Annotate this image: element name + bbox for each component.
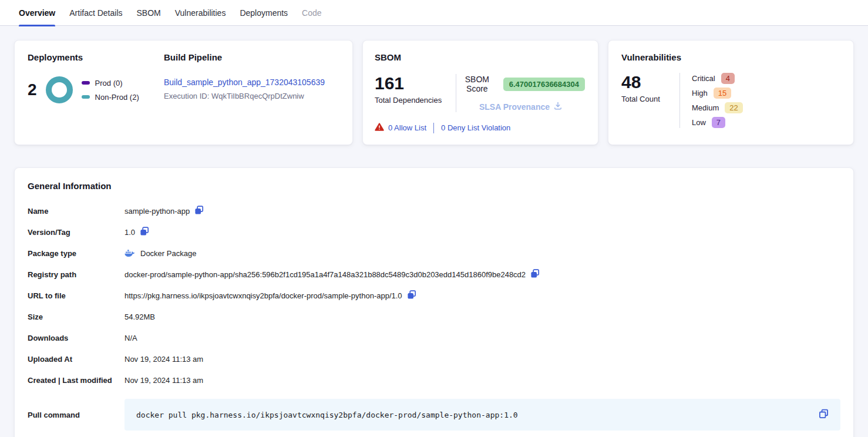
copy-icon (407, 290, 416, 301)
copy-icon (530, 269, 540, 280)
nonprod-legend-label: Non-Prod (2) (95, 93, 139, 102)
row-name-value: sample-python-app (125, 207, 190, 216)
severity-label-critical: Critical (692, 74, 715, 83)
copy-version-button[interactable] (140, 227, 149, 238)
row-registry-path-value: docker-prod/sample-python-app/sha256:596… (125, 270, 526, 279)
copy-icon (140, 227, 149, 238)
row-package-type-value: Docker Package (140, 249, 196, 258)
sbom-score-block: SBOM Score 6.470017636684304 SLSA Proven… (456, 74, 585, 112)
row-registry-path-label: Registry path (28, 270, 125, 279)
deployments-title: Deployments (28, 52, 164, 62)
row-pull-command-label: Pull command (28, 411, 125, 419)
sbom-card: SBOM 161 Total Dependencies SBOM Score 6… (362, 40, 598, 145)
sbom-total-block: 161 Total Dependencies (375, 74, 456, 112)
row-downloads-label: Downloads (28, 334, 125, 342)
nonprod-legend-swatch (82, 95, 90, 99)
copy-url-button[interactable] (407, 290, 416, 301)
row-created-modified-value: Nov 19, 2024 11:13 am (125, 376, 203, 385)
general-information-card: General Information Name sample-python-a… (14, 167, 854, 437)
severity-count-critical: 4 (721, 73, 735, 84)
row-package-type-label: Package type (28, 249, 125, 258)
sbom-total-label: Total Dependencies (375, 96, 456, 105)
copy-pull-command-button[interactable] (819, 409, 829, 421)
vulnerabilities-total: 48 (621, 73, 679, 92)
pull-command-text: docker pull pkg.harness.io/ikpsjoavtcwxn… (136, 411, 518, 419)
severity-row-medium: Medium 22 (692, 102, 743, 113)
deny-list-link[interactable]: 0 Deny List Violation (441, 123, 510, 132)
severity-count-high: 15 (714, 88, 731, 99)
deployments-card: Deployments 2 Prod (0) Non-Prod (2) (14, 40, 353, 145)
tab-deployments[interactable]: Deployments (240, 0, 288, 26)
deployments-legend: Prod (0) Non-Prod (2) (82, 79, 139, 102)
severity-row-low: Low 7 (692, 117, 743, 128)
row-registry-path: Registry path docker-prod/sample-python-… (28, 264, 840, 285)
row-downloads-value: N/A (125, 334, 137, 342)
allow-list-label: 0 Allow List (388, 123, 426, 132)
tab-sbom[interactable]: SBOM (137, 0, 161, 26)
build-pipeline-section: Build Pipeline Build_sample_python_app_1… (164, 52, 339, 133)
pipeline-link[interactable]: Build_sample_python_app_1732043105639 (164, 78, 325, 87)
legend-item-nonprod: Non-Prod (2) (82, 93, 139, 102)
deployments-total: 2 (28, 80, 37, 99)
sbom-total: 161 (375, 74, 456, 93)
row-size-label: Size (28, 312, 125, 321)
severity-count-low: 7 (712, 117, 725, 128)
prod-legend-swatch (82, 81, 90, 85)
copy-name-button[interactable] (194, 206, 204, 217)
tab-artifact-details[interactable]: Artifact Details (69, 0, 122, 26)
vulnerabilities-card: Vulnerabilities 48 Total Count Critical … (608, 40, 854, 145)
row-name: Name sample-python-app (28, 200, 840, 221)
allow-list-link[interactable]: 0 Allow List (375, 123, 426, 133)
vulnerabilities-total-label: Total Count (621, 95, 679, 103)
build-pipeline-title: Build Pipeline (164, 52, 339, 62)
slsa-provenance-link[interactable]: SLSA Provenance (479, 102, 562, 112)
general-information-title: General Information (28, 181, 840, 191)
severity-label-medium: Medium (692, 103, 719, 112)
row-uploaded-at-label: Uploaded At (28, 355, 125, 364)
severity-row-high: High 15 (692, 88, 743, 99)
row-url-to-file: URL to file https://pkg.harness.io/ikpsj… (28, 285, 840, 306)
tab-vulnerabilities[interactable]: Vulnerabilities (175, 0, 226, 26)
severity-label-low: Low (692, 118, 706, 127)
copy-registry-path-button[interactable] (530, 269, 540, 280)
row-name-label: Name (28, 207, 125, 216)
row-uploaded-at-value: Nov 19, 2024 11:13 am (125, 355, 203, 364)
summary-cards-row: Deployments 2 Prod (0) Non-Prod (2) (14, 40, 854, 145)
row-uploaded-at: Uploaded At Nov 19, 2024 11:13 am (28, 348, 840, 369)
deployments-donut-chart (46, 76, 73, 103)
copy-icon (194, 206, 204, 217)
slsa-provenance-label: SLSA Provenance (479, 102, 550, 112)
row-size-value: 54.92MB (125, 312, 155, 321)
row-downloads: Downloads N/A (28, 327, 840, 348)
tab-overview[interactable]: Overview (19, 0, 55, 26)
row-created-modified-label: Created | Last modified (28, 376, 125, 385)
tab-code: Code (302, 0, 321, 26)
vulnerabilities-title: Vulnerabilities (621, 52, 840, 62)
severity-list: Critical 4 High 15 Medium 22 Low 7 (680, 73, 743, 128)
download-icon (554, 102, 562, 112)
severity-label-high: High (692, 89, 708, 98)
links-divider (433, 123, 434, 133)
sbom-title: SBOM (375, 52, 585, 62)
vulnerabilities-total-block: 48 Total Count (621, 73, 679, 128)
page-content: Deployments 2 Prod (0) Non-Prod (2) (0, 26, 868, 437)
row-pull-command: Pull command docker pull pkg.harness.io/… (28, 399, 840, 431)
docker-icon (125, 250, 134, 257)
row-version-label: Version/Tag (28, 228, 125, 237)
copy-icon (819, 409, 829, 421)
row-size: Size 54.92MB (28, 306, 840, 327)
deployments-section: Deployments 2 Prod (0) Non-Prod (2) (28, 52, 164, 133)
row-url-to-file-value: https://pkg.harness.io/ikpsjoavtcwxnqisy… (125, 291, 402, 300)
deny-list-label: 0 Deny List Violation (441, 123, 510, 132)
sbom-score-label: SBOM Score (456, 75, 498, 93)
row-url-to-file-label: URL to file (28, 291, 125, 300)
execution-id-text: Execution ID: WqkTiIbBRqecQrpDtZwniw (164, 92, 339, 100)
severity-count-medium: 22 (725, 102, 742, 113)
pull-command-box: docker pull pkg.harness.io/ikpsjoavtcwxn… (125, 399, 840, 431)
row-created-modified: Created | Last modified Nov 19, 2024 11:… (28, 369, 840, 391)
row-package-type: Package type Docker Package (28, 243, 840, 264)
row-version: Version/Tag 1.0 (28, 221, 840, 243)
severity-row-critical: Critical 4 (692, 73, 743, 84)
warning-icon (375, 123, 384, 133)
legend-item-prod: Prod (0) (82, 79, 139, 88)
